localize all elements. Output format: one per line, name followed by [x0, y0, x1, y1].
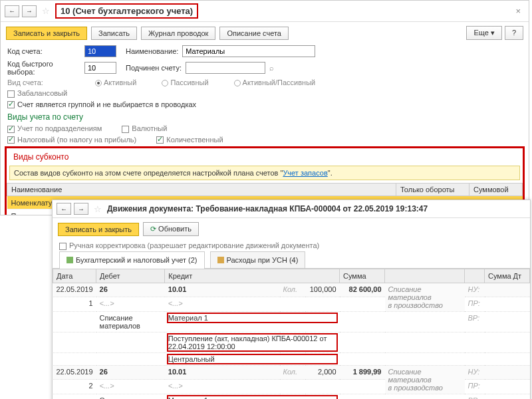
- sub-input[interactable]: [186, 62, 265, 74]
- chk-tax: Налоговый (по налогу на прибыль): [7, 136, 136, 144]
- chk-by-division: Учет по подразделениям: [7, 124, 102, 133]
- search-icon[interactable]: ⌕: [269, 64, 274, 72]
- sub-label: Подчинен счету:: [126, 64, 182, 72]
- col-name: Наименование: [7, 184, 396, 196]
- name-label: Наименование:: [126, 47, 178, 55]
- group-check[interactable]: Счет является группой и не выбирается в …: [1, 99, 529, 110]
- star-icon[interactable]: ☆: [42, 6, 50, 16]
- forward-button[interactable]: →: [74, 203, 88, 215]
- types-section: Виды учета по счету: [1, 110, 529, 123]
- col-sum: Суммовой: [469, 184, 523, 196]
- chk-qty: Количественный: [156, 136, 223, 144]
- offbalance-check: Забалансовый: [1, 88, 529, 99]
- subk-section: Виды субконто: [7, 150, 523, 163]
- back-button[interactable]: ←: [57, 203, 71, 215]
- close-icon[interactable]: ×: [511, 5, 525, 17]
- quick-input[interactable]: [84, 62, 116, 74]
- col-turn: Только обороты: [396, 184, 469, 196]
- more-button[interactable]: Еще ▾: [466, 26, 501, 40]
- chk-currency: Валютный: [122, 124, 167, 133]
- forward-button[interactable]: →: [22, 5, 37, 17]
- subk-info: Состав видов субконто на этом счете опре…: [9, 166, 520, 180]
- help-button[interactable]: ?: [505, 26, 523, 40]
- name-input[interactable]: [182, 45, 315, 57]
- save-close-button[interactable]: Записать и закрыть: [6, 27, 87, 40]
- quick-label: Код быстрого выбора:: [7, 60, 80, 76]
- star-icon[interactable]: ☆: [94, 204, 102, 214]
- back-button[interactable]: ←: [5, 5, 19, 17]
- doc-title: Движения документа: Требование-накладная…: [107, 204, 428, 213]
- inventory-link[interactable]: Учет запасов: [283, 169, 327, 177]
- radio-ap: Активный/Пассивный: [234, 78, 327, 86]
- type-label: Вид счета:: [7, 78, 80, 86]
- code-label: Код счета:: [7, 47, 80, 55]
- radio-passive: Пассивный: [162, 78, 219, 86]
- code-input[interactable]: [84, 45, 116, 57]
- radio-active: Активный: [95, 78, 147, 86]
- save-button[interactable]: Записать: [91, 27, 137, 40]
- account-desc-button[interactable]: Описание счета: [219, 27, 289, 40]
- journal-button[interactable]: Журнал проводок: [141, 27, 215, 40]
- window-title: 10 (Счет бухгалтерского учета): [55, 3, 198, 19]
